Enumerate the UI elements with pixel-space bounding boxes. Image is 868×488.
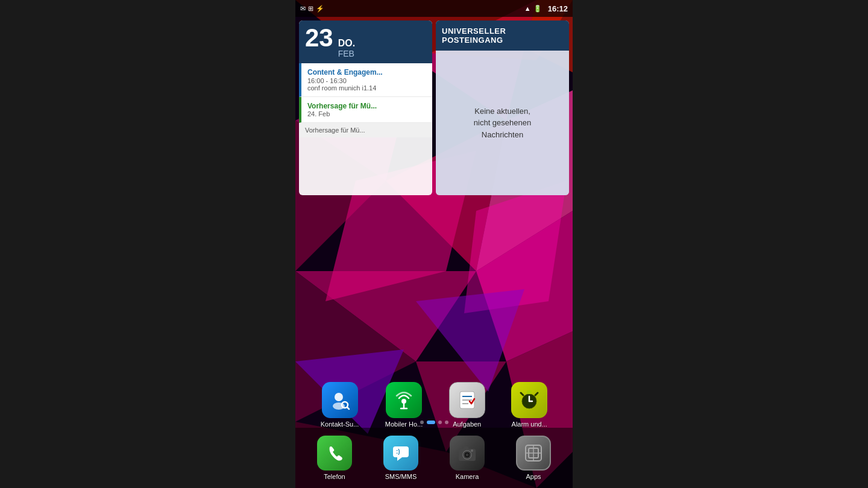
telefon-icon	[317, 436, 352, 471]
calendar-day-number: 23	[305, 25, 333, 51]
nav-bar: Telefon :) SMS/MMS	[295, 428, 573, 488]
grid-icon: ⊞	[308, 5, 313, 13]
svg-point-18	[335, 393, 343, 401]
page-dot-0	[420, 421, 424, 424]
weather-title: Vorhersage für Mü...	[307, 102, 426, 110]
page-indicator	[295, 421, 573, 424]
nav-icon-apps[interactable]: Apps	[516, 436, 551, 480]
status-bar: ✉ ⊞ ⚡ ▲ 🔋 16:12	[295, 0, 573, 17]
page-dot-1	[427, 421, 435, 424]
svg-rect-42	[464, 446, 468, 450]
svg-point-19	[333, 402, 345, 410]
inbox-title: UNIVERSELLERPOSTEINGANG	[442, 27, 563, 45]
svg-rect-34	[527, 390, 532, 394]
weather-date: 24. Feb	[307, 110, 426, 117]
calendar-dow: DO.	[338, 38, 355, 49]
inbox-widget[interactable]: UNIVERSELLERPOSTEINGANG Keine aktuellen,…	[436, 20, 569, 195]
partial-event-text: Vorhersage für Mü...	[305, 127, 365, 134]
gmail-icon: ✉	[300, 5, 306, 13]
event-1-location: conf room munich i1.14	[307, 84, 426, 92]
page-dot-3	[445, 421, 448, 424]
calendar-widget[interactable]: 23 DO. FEB Content & Engagem... 16:00 - …	[299, 20, 432, 195]
widgets-area: 23 DO. FEB Content & Engagem... 16:00 - …	[295, 17, 573, 199]
calendar-header: 23 DO. FEB	[299, 20, 432, 63]
phone-screen: ✉ ⊞ ⚡ ▲ 🔋 16:12 23 DO. FEB Content & E	[295, 0, 573, 488]
svg-text::): :)	[396, 448, 400, 455]
sms-icon: :)	[383, 436, 418, 471]
calendar-month: FEB	[338, 49, 355, 58]
aufgaben-icon	[449, 382, 485, 418]
calendar-events: Content & Engagem... 16:00 - 16:30 conf …	[299, 63, 432, 137]
kontakt-suche-icon	[322, 382, 358, 418]
svg-point-43	[471, 449, 473, 452]
inbox-empty-message: Keine aktuellen,nicht gesehenenNachricht…	[474, 105, 531, 141]
inbox-header: UNIVERSELLERPOSTEINGANG	[436, 20, 569, 51]
apps-label: Apps	[526, 473, 541, 480]
nav-icon-sms[interactable]: :) SMS/MMS	[383, 436, 418, 480]
apps-icon	[516, 436, 551, 471]
event-1-title: Content & Engagem...	[307, 68, 426, 77]
calendar-day-info: DO. FEB	[338, 38, 355, 58]
alarm-icon	[511, 382, 547, 418]
calendar-event-1[interactable]: Content & Engagem... 16:00 - 16:30 conf …	[299, 63, 432, 97]
svg-marker-36	[397, 457, 402, 461]
sms-label: SMS/MMS	[385, 473, 417, 480]
status-time: 16:12	[548, 4, 568, 13]
mobiler-hotspot-icon	[386, 382, 422, 418]
svg-rect-35	[393, 446, 409, 457]
nav-icon-telefon[interactable]: Telefon	[317, 436, 352, 480]
calendar-weather-event[interactable]: Vorhersage für Mü... 24. Feb	[299, 97, 432, 123]
status-right-icons: ▲ 🔋 16:12	[524, 4, 568, 13]
calendar-partial-event: Vorhersage für Mü...	[299, 123, 432, 137]
status-left-icons: ✉ ⊞ ⚡	[300, 5, 324, 13]
telefon-label: Telefon	[324, 473, 345, 480]
svg-line-32	[521, 393, 523, 395]
svg-point-41	[466, 454, 469, 457]
nav-icon-kamera[interactable]: Kamera	[450, 436, 485, 480]
page-dot-2	[438, 421, 442, 424]
inbox-body: Keine aktuellen,nicht gesehenenNachricht…	[436, 51, 569, 195]
battery-plus-icon: 🔋	[533, 5, 542, 13]
usb-icon: ⚡	[316, 5, 324, 13]
wifi-icon: ▲	[524, 5, 531, 12]
svg-line-21	[347, 407, 349, 409]
kamera-icon	[450, 436, 485, 471]
svg-line-33	[535, 393, 538, 395]
event-1-time: 16:00 - 16:30	[307, 77, 426, 84]
kamera-label: Kamera	[456, 473, 479, 480]
